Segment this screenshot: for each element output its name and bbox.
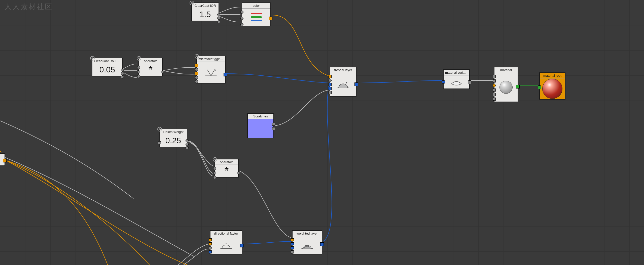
material-preview-icon xyxy=(542,79,562,99)
node-directional-factor[interactable]: directional factor xyxy=(210,230,242,254)
input-port[interactable] xyxy=(195,64,198,67)
node-value[interactable]: 0.05 xyxy=(99,65,115,74)
input-port[interactable] xyxy=(213,167,216,170)
node-graph-canvas[interactable] xyxy=(0,0,644,265)
input-port[interactable] xyxy=(195,80,198,83)
node-scratches[interactable]: Scratches xyxy=(247,113,274,138)
node-operator-multiply-2[interactable]: operator* * xyxy=(214,159,239,178)
node-value[interactable]: 0.25 xyxy=(165,136,181,145)
input-port[interactable] xyxy=(209,242,212,245)
input-port[interactable] xyxy=(493,84,496,87)
input-port[interactable] xyxy=(493,75,496,78)
input-port[interactable] xyxy=(240,17,243,20)
input-port[interactable] xyxy=(493,98,496,101)
expand-icon[interactable] xyxy=(190,1,194,5)
input-port[interactable] xyxy=(209,238,212,241)
operator-symbol: * xyxy=(224,165,229,176)
expand-icon[interactable] xyxy=(195,54,199,59)
input-port[interactable] xyxy=(209,250,212,253)
node-title: weighted layer xyxy=(293,231,322,236)
input-port[interactable] xyxy=(493,93,496,96)
expand-icon[interactable] xyxy=(213,157,217,162)
input-port[interactable] xyxy=(240,11,243,14)
output-port[interactable] xyxy=(272,123,275,126)
node-weighted-layer[interactable]: weighted layer xyxy=(292,230,322,254)
node-color[interactable]: color xyxy=(242,3,271,26)
node-operator-multiply-1[interactable]: operator* * xyxy=(138,58,163,76)
input-port[interactable] xyxy=(209,246,212,249)
output-port-bsdf[interactable] xyxy=(354,82,358,86)
output-port[interactable] xyxy=(240,244,244,247)
input-port[interactable] xyxy=(195,72,198,75)
input-port[interactable] xyxy=(329,79,332,82)
input-port[interactable] xyxy=(442,80,445,83)
output-port[interactable] xyxy=(186,139,189,142)
fresnel-icon xyxy=(336,80,350,89)
node-material-root[interactable]: material root xyxy=(539,72,565,100)
output-port[interactable] xyxy=(217,17,220,20)
node-title: Flakes Weight xyxy=(160,129,187,134)
output-port[interactable] xyxy=(186,143,189,146)
input-port[interactable] xyxy=(195,68,198,71)
input-port[interactable] xyxy=(213,171,216,174)
normal-map-preview xyxy=(248,119,273,138)
input-port[interactable] xyxy=(213,176,216,179)
input-port[interactable] xyxy=(291,246,294,249)
node-material-surface[interactable]: material surface xyxy=(443,69,470,89)
node-microfacet-ggx[interactable]: microfacet ggx sm… xyxy=(196,56,226,83)
node-title: color xyxy=(242,3,270,9)
weighted-layer-icon xyxy=(300,240,314,250)
output-port[interactable] xyxy=(217,20,220,23)
input-port-base[interactable] xyxy=(329,87,332,90)
input-port[interactable] xyxy=(158,141,161,144)
expand-icon[interactable] xyxy=(157,127,162,131)
expand-icon[interactable] xyxy=(137,56,141,61)
output-port[interactable] xyxy=(161,70,164,73)
microfacet-icon xyxy=(204,68,218,77)
operator-symbol: * xyxy=(148,64,153,75)
input-port[interactable] xyxy=(240,23,243,26)
output-port[interactable] xyxy=(121,75,124,78)
node-clearcoat-ior[interactable]: ClearCoat IOR 1.5 xyxy=(191,3,219,21)
node-title: Scratches xyxy=(248,114,273,119)
output-port[interactable] xyxy=(186,146,189,149)
input-port[interactable] xyxy=(291,250,294,253)
node-clearcoat-roughness[interactable]: ClearCoat Roughn… 0.05 xyxy=(92,58,123,76)
node-flakes-weight[interactable]: Flakes Weight 0.25 xyxy=(159,129,187,147)
input-port[interactable] xyxy=(137,66,140,69)
output-port-material[interactable] xyxy=(516,85,520,89)
node-title: material root xyxy=(540,73,565,78)
output-port[interactable] xyxy=(468,80,471,84)
output-port[interactable] xyxy=(237,171,240,174)
node-fresnel-layer[interactable]: fresnel layer xyxy=(330,67,356,97)
output-port[interactable] xyxy=(320,242,324,246)
node-value[interactable]: 1.5 xyxy=(200,10,211,19)
node-title: ClearCoat IOR xyxy=(192,3,219,8)
node-material[interactable]: material xyxy=(494,67,518,102)
input-port[interactable] xyxy=(137,75,140,78)
output-port-color[interactable] xyxy=(269,17,272,20)
input-port-material[interactable] xyxy=(538,85,541,89)
input-port[interactable] xyxy=(291,242,294,245)
input-port[interactable] xyxy=(493,89,496,92)
node-title: operator* xyxy=(139,58,162,63)
input-port-color[interactable] xyxy=(329,75,332,78)
expand-icon[interactable] xyxy=(90,56,95,61)
output-port[interactable] xyxy=(217,13,220,16)
watermark-text: 人人素材社区 xyxy=(5,2,53,12)
output-port[interactable] xyxy=(3,159,7,162)
node-offscreen-left[interactable] xyxy=(0,153,5,166)
node-title: directional factor xyxy=(210,231,242,236)
output-port-bsdf[interactable] xyxy=(224,73,227,76)
input-port-normal[interactable] xyxy=(329,91,332,94)
output-port[interactable] xyxy=(272,127,275,130)
input-port-layer[interactable] xyxy=(329,83,332,86)
input-port[interactable] xyxy=(291,238,294,241)
output-port[interactable] xyxy=(121,68,124,71)
output-port[interactable] xyxy=(121,72,124,75)
color-sliders-icon xyxy=(251,12,262,22)
input-port[interactable] xyxy=(493,79,496,82)
directional-icon xyxy=(219,240,233,250)
input-port[interactable] xyxy=(195,76,198,79)
input-port[interactable] xyxy=(137,70,140,73)
